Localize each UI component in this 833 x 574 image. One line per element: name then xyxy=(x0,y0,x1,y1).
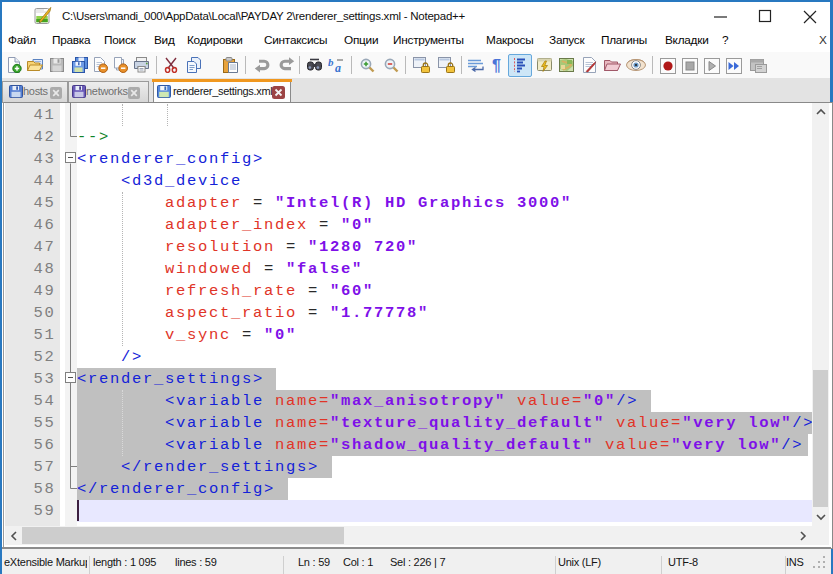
svg-text:¶: ¶ xyxy=(492,57,501,73)
svg-text:a: a xyxy=(335,61,341,73)
svg-text:b: b xyxy=(328,57,334,68)
